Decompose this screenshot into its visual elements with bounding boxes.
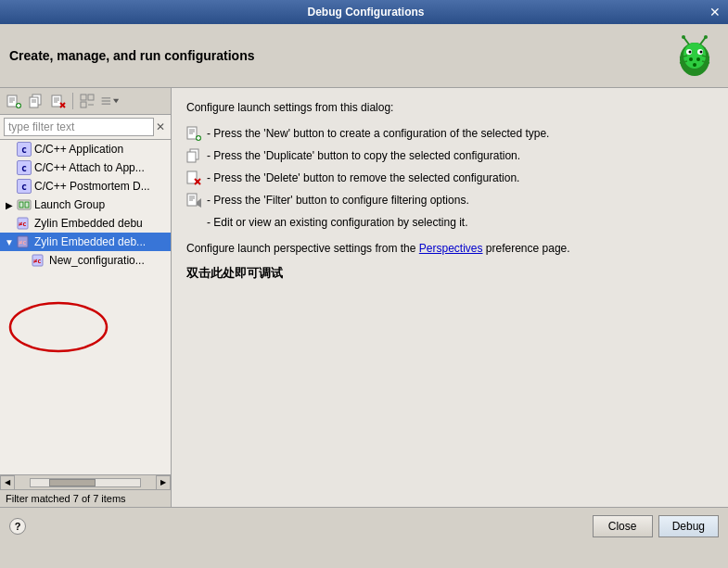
expand-icon [19, 255, 30, 266]
svg-rect-35 [88, 95, 94, 100]
right-panel: Configure launch settings from this dial… [172, 88, 728, 507]
list-item[interactable]: c C/C++ Postmortem D... [0, 177, 171, 196]
bottom-bar: ? Close Debug [0, 507, 728, 544]
content-area: ✕ c C/C++ Application c C/C++ Attach to … [0, 88, 728, 507]
filter-clear-button[interactable]: ✕ [154, 120, 167, 133]
perspectives-link[interactable]: Perspectives [419, 242, 483, 255]
svg-point-6 [689, 57, 693, 61]
horizontal-scrollbar[interactable]: ◀ ▶ [0, 474, 171, 489]
item-label: C/C++ Postmortem D... [34, 180, 150, 193]
list-item[interactable]: c C/C++ Application [0, 140, 171, 158]
svg-rect-60 [187, 171, 197, 183]
instruction-item-edit: - Edit or view an existing configuration… [186, 214, 713, 231]
expand-icon [4, 144, 15, 155]
new-config-icon: ≠c [32, 253, 46, 268]
launch-group-icon [17, 197, 32, 212]
svg-point-5 [700, 51, 703, 54]
item-label: Zylin Embedded deb... [34, 235, 146, 248]
duplicate-configuration-button[interactable] [26, 91, 46, 111]
spacer-icon [186, 215, 201, 230]
duplicate-instruction-icon [186, 148, 201, 163]
window-title: Debug Configurations [24, 6, 708, 19]
zylin-icon: ≠c [17, 216, 32, 231]
c-postmortem-icon: c [17, 179, 32, 194]
zylin-selected-icon: ≠c [17, 234, 32, 249]
c-attach-icon: c [17, 160, 32, 175]
list-item-launch-group[interactable]: ▶ Launch Group [0, 196, 171, 214]
page-title: Create, manage, and run configurations [9, 48, 255, 63]
list-item[interactable]: ≠c New_configuratio... [0, 251, 171, 270]
expand-icon [4, 162, 15, 173]
instruction-item-filter: - Press the 'Filter' button to configure… [186, 192, 713, 208]
expand-icon: ▼ [4, 236, 15, 247]
svg-point-4 [689, 51, 692, 54]
item-label: Launch Group [34, 198, 105, 211]
help-button[interactable]: ? [9, 518, 26, 535]
scroll-right-button[interactable]: ▶ [156, 475, 171, 490]
instruction-new-text: - Press the 'New' button to create a con… [207, 125, 549, 142]
expand-icon [4, 218, 15, 229]
instruction-delete-text: - Press the 'Delete' button to remove th… [207, 170, 519, 186]
svg-rect-28 [52, 95, 61, 107]
toolbar [0, 88, 171, 115]
scroll-left-button[interactable]: ◀ [0, 475, 15, 490]
svg-point-8 [693, 63, 696, 67]
new-configuration-button[interactable] [4, 91, 24, 111]
svg-text:≠c: ≠c [33, 258, 41, 265]
delete-instruction-icon [186, 170, 201, 185]
instruction-edit-text: - Edit or view an existing configuration… [207, 214, 467, 231]
filter-instruction-icon [186, 193, 201, 208]
perspectives-intro-text: Configure launch perspective settings fr… [186, 242, 419, 255]
svg-rect-34 [81, 95, 86, 100]
instructions-intro: Configure launch settings from this dial… [186, 99, 713, 116]
item-label: New_configuratio... [49, 254, 145, 267]
svg-marker-67 [197, 198, 201, 208]
scrollbar-track[interactable] [30, 478, 141, 487]
filter-input[interactable] [4, 118, 154, 136]
svg-point-7 [696, 57, 700, 61]
app-logo [671, 32, 719, 80]
header: Create, manage, and run configurations [0, 24, 728, 88]
instruction-item-delete: - Press the 'Delete' button to remove th… [186, 170, 713, 186]
collapse-all-button[interactable] [77, 91, 97, 111]
new-doc-instruction-icon [186, 126, 201, 141]
close-window-button[interactable]: ✕ [708, 5, 722, 19]
scrollbar-thumb[interactable] [49, 479, 96, 486]
filter-container: ✕ [0, 115, 171, 140]
instruction-duplicate-text: - Press the 'Duplicate' button to copy t… [207, 147, 520, 164]
list-item-selected[interactable]: ▼ ≠c Zylin Embedded deb... [0, 233, 171, 251]
expand-icon [4, 181, 15, 192]
svg-rect-36 [81, 102, 86, 107]
instruction-filter-text: - Press the 'Filter' button to configure… [207, 192, 469, 208]
item-label: C/C++ Application [34, 143, 123, 156]
item-label: C/C++ Attach to App... [34, 161, 145, 174]
svg-text:≠c: ≠c [19, 239, 26, 246]
filter-status: Filter matched 7 of 7 items [0, 489, 171, 507]
svg-text:≠c: ≠c [19, 221, 26, 228]
svg-marker-41 [113, 99, 119, 104]
filter-status-text: Filter matched 7 of 7 items [6, 493, 126, 504]
c-app-icon: c [17, 142, 32, 157]
delete-configuration-button[interactable] [48, 91, 69, 111]
instruction-item-new: - Press the 'New' button to create a con… [186, 125, 713, 142]
svg-rect-44 [25, 202, 29, 208]
svg-point-12 [704, 35, 708, 39]
tree-list[interactable]: c C/C++ Application c C/C++ Attach to Ap… [0, 140, 171, 474]
svg-rect-59 [187, 152, 196, 162]
left-panel: ✕ c C/C++ Application c C/C++ Attach to … [0, 88, 172, 507]
close-button[interactable]: Close [593, 515, 653, 537]
item-label: Zylin Embedded debu [34, 217, 143, 230]
list-item[interactable]: c C/C++ Attach to App... [0, 158, 171, 177]
view-menu-button[interactable] [99, 91, 120, 111]
annotation-text: 双击此处即可调试 [186, 264, 713, 283]
perspectives-suffix-text: preference page. [483, 242, 570, 255]
toolbar-separator [72, 93, 73, 109]
list-item[interactable]: ≠c Zylin Embedded debu [0, 214, 171, 233]
debug-button[interactable]: Debug [658, 515, 719, 537]
title-bar: Debug Configurations ✕ [0, 0, 728, 24]
svg-point-11 [682, 35, 685, 39]
svg-rect-17 [7, 95, 17, 107]
expand-icon: ▶ [4, 199, 15, 210]
svg-rect-43 [19, 202, 23, 208]
instruction-item-duplicate: - Press the 'Duplicate' button to copy t… [186, 147, 713, 164]
